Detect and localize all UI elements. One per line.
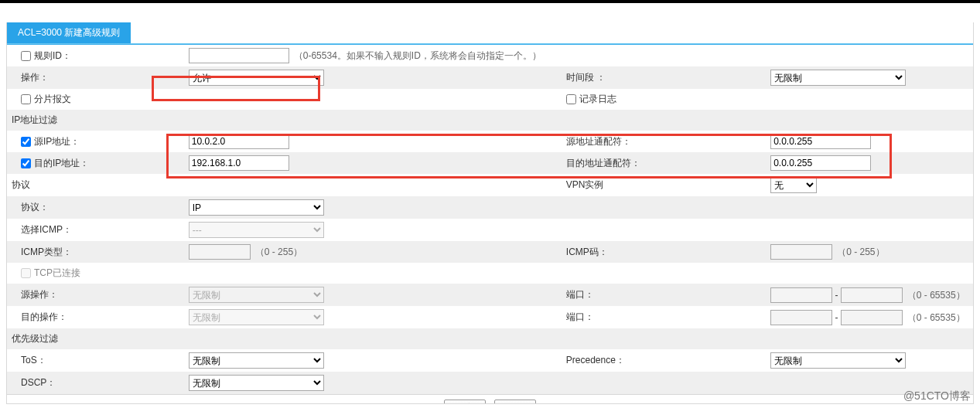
src-mask-label: 源地址通配符： bbox=[566, 136, 631, 147]
action-select[interactable]: 允许 bbox=[189, 70, 324, 86]
tos-label: ToS： bbox=[21, 355, 46, 366]
dscp-label: DSCP： bbox=[21, 377, 56, 388]
src-port2-input[interactable] bbox=[841, 287, 903, 303]
icmp-select-label: 选择ICMP： bbox=[21, 224, 72, 235]
tcp-est-label: TCP已连接 bbox=[34, 267, 80, 278]
panel-tab: ACL=3000 新建高级规则 bbox=[7, 22, 131, 43]
vpn-select[interactable]: 无 bbox=[770, 177, 817, 193]
frag-checkbox[interactable] bbox=[21, 94, 31, 104]
frag-label: 分片报文 bbox=[34, 94, 71, 104]
watermark-text: @51CTO博客 bbox=[903, 389, 971, 403]
precedence-label: Precedence： bbox=[566, 355, 625, 366]
src-port1-input[interactable] bbox=[770, 287, 832, 303]
rule-form: 规则ID： （0-65534。如果不输入规则ID，系统将会自动指定一个。） 操作… bbox=[7, 45, 973, 394]
src-op-select[interactable]: 无限制 bbox=[189, 287, 324, 303]
tos-select[interactable]: 无限制 bbox=[189, 352, 324, 369]
icmp-type-input[interactable] bbox=[189, 244, 251, 260]
src-port-hint: （0 - 65535） bbox=[907, 290, 965, 301]
log-checkbox[interactable] bbox=[566, 94, 576, 104]
panel-divider bbox=[7, 43, 973, 45]
rule-id-checkbox[interactable] bbox=[21, 51, 31, 61]
protocol-label: 协议： bbox=[21, 202, 49, 212]
acl-rule-panel: ACL=3000 新建高级规则 规则ID： （0-65534。如果不输入规则ID… bbox=[6, 22, 974, 404]
rule-id-label: 规则ID： bbox=[34, 50, 71, 61]
icmp-code-label: ICMP码： bbox=[566, 246, 608, 257]
src-ip-label: 源IP地址： bbox=[34, 136, 80, 147]
precedence-select[interactable]: 无限制 bbox=[770, 352, 906, 369]
dst-mask-input[interactable] bbox=[770, 155, 871, 171]
action-label: 操作： bbox=[21, 72, 49, 83]
cancel-button[interactable]: 取消 bbox=[494, 400, 536, 404]
protocol-section: 协议 bbox=[12, 179, 30, 190]
src-port-label: 端口： bbox=[566, 289, 594, 300]
vpn-label: VPN实例 bbox=[566, 179, 604, 190]
dst-port-label: 端口： bbox=[566, 311, 594, 322]
tcp-est-checkbox[interactable] bbox=[21, 268, 31, 278]
dst-ip-input[interactable] bbox=[189, 155, 289, 171]
ok-button[interactable]: 确定 bbox=[444, 400, 486, 404]
dst-op-label: 目的操作： bbox=[21, 311, 67, 322]
src-mask-input[interactable] bbox=[770, 134, 871, 149]
time-label: 时间段 ： bbox=[566, 72, 606, 83]
dst-port-hint: （0 - 65535） bbox=[907, 312, 965, 323]
icmp-select[interactable]: --- bbox=[189, 222, 324, 238]
rule-id-hint: （0-65534。如果不输入规则ID，系统将会自动指定一个。） bbox=[294, 50, 541, 61]
dst-port2-input[interactable] bbox=[841, 310, 903, 325]
icmp-type-label: ICMP类型： bbox=[21, 246, 72, 257]
icmp-code-input[interactable] bbox=[770, 244, 832, 260]
icmp-code-hint: （0 - 255） bbox=[837, 246, 884, 257]
dst-mask-label: 目的地址通配符： bbox=[566, 158, 640, 168]
dscp-select[interactable]: 无限制 bbox=[189, 375, 324, 391]
dst-ip-checkbox[interactable] bbox=[21, 158, 31, 168]
rule-id-input[interactable] bbox=[189, 48, 289, 63]
time-select[interactable]: 无限制 bbox=[770, 70, 906, 86]
icmp-type-hint: （0 - 255） bbox=[255, 246, 302, 257]
protocol-select[interactable]: IP bbox=[189, 199, 324, 216]
ip-filter-section: IP地址过滤 bbox=[7, 110, 973, 131]
priority-section: 优先级过滤 bbox=[7, 328, 973, 349]
src-op-label: 源操作： bbox=[21, 289, 58, 300]
log-label: 记录日志 bbox=[579, 94, 616, 104]
button-bar: 确定 取消 bbox=[7, 394, 973, 404]
dst-op-select[interactable]: 无限制 bbox=[189, 309, 324, 325]
src-ip-input[interactable] bbox=[189, 134, 289, 149]
dst-ip-label: 目的IP地址： bbox=[34, 158, 89, 168]
dst-port1-input[interactable] bbox=[770, 310, 832, 325]
src-ip-checkbox[interactable] bbox=[21, 137, 31, 147]
